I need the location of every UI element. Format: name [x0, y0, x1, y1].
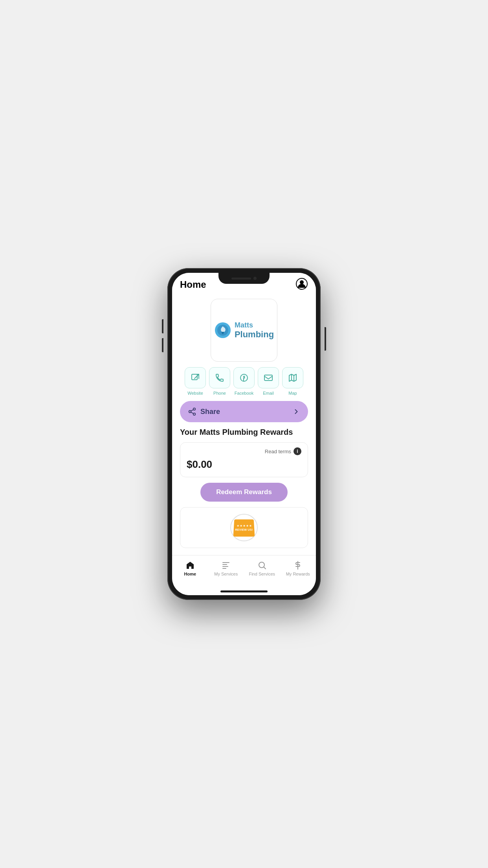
logo-inner: Matts Plumbing — [214, 321, 274, 340]
phone-button[interactable] — [209, 367, 230, 388]
review-badge-circle: ★ ★ ★ ★ ★ REVIEW US! — [230, 514, 258, 541]
svg-point-1 — [300, 280, 304, 284]
share-label: Share — [200, 408, 220, 416]
action-item-facebook: Facebook — [233, 367, 255, 395]
nav-item-find-services[interactable]: Find Services — [244, 559, 280, 576]
svg-point-7 — [193, 408, 196, 410]
home-bar — [220, 590, 268, 592]
nav-label-home: Home — [184, 572, 196, 576]
svg-rect-6 — [264, 375, 272, 381]
nav-item-my-rewards[interactable]: My Rewards — [280, 559, 316, 576]
nav-label-find-services: Find Services — [249, 572, 275, 576]
share-icon — [188, 407, 196, 416]
camera — [253, 277, 257, 280]
svg-point-8 — [189, 410, 191, 413]
external-link-icon — [191, 373, 200, 383]
star-5: ★ — [249, 524, 251, 528]
logo-text: Matts Plumbing — [235, 321, 274, 340]
balance-amount: $0.00 — [187, 458, 212, 470]
rewards-dollar-icon — [293, 560, 303, 570]
facebook-label: Facebook — [235, 391, 253, 395]
action-item-map: Map — [282, 367, 303, 395]
review-card: ★ ★ ★ ★ ★ REVIEW US! — [180, 507, 308, 548]
map-icon — [288, 373, 297, 383]
power-button — [325, 327, 326, 351]
review-stars: ★ ★ ★ ★ ★ — [237, 524, 252, 528]
volume-up-button — [162, 319, 163, 333]
svg-rect-11 — [222, 564, 227, 565]
profile-icon[interactable] — [295, 278, 308, 292]
services-icon — [221, 560, 231, 570]
svg-rect-13 — [222, 568, 226, 569]
svg-rect-10 — [222, 562, 229, 563]
action-item-website: Website — [185, 367, 206, 395]
page-title: Home — [180, 279, 206, 290]
website-button[interactable] — [185, 367, 206, 388]
read-terms-text[interactable]: Read terms — [265, 449, 291, 454]
star-1: ★ — [237, 524, 239, 528]
volume-down-button — [162, 338, 163, 352]
nav-label-my-rewards: My Rewards — [286, 572, 310, 576]
action-item-email: Email — [258, 367, 279, 395]
facebook-button[interactable] — [233, 367, 255, 388]
logo-plumbing: Plumbing — [235, 329, 274, 340]
rewards-title: Your Matts Plumbing Rewards — [180, 428, 293, 437]
review-badge: ★ ★ ★ ★ ★ REVIEW US! — [233, 519, 255, 537]
home-indicator — [172, 587, 316, 595]
share-button[interactable]: Share — [180, 401, 308, 422]
find-services-search-icon — [257, 560, 267, 570]
map-label: Map — [288, 391, 297, 395]
phone-frame: Home — [167, 268, 321, 600]
nav-item-home[interactable]: Home — [172, 559, 208, 576]
star-3: ★ — [243, 524, 246, 528]
logo-matts: Matts — [235, 321, 274, 329]
phone-label: Phone — [213, 391, 226, 395]
home-icon — [185, 560, 195, 570]
email-button[interactable] — [258, 367, 279, 388]
website-label: Website — [187, 391, 203, 395]
redeem-button[interactable]: Redeem Rewards — [200, 483, 288, 502]
balance-card-header: Read terms i — [187, 447, 301, 455]
action-item-phone: Phone — [209, 367, 230, 395]
content-area: Matts Plumbing Website — [172, 295, 316, 555]
logo-icon — [214, 322, 231, 339]
map-button[interactable] — [282, 367, 303, 388]
logo-card: Matts Plumbing — [211, 299, 277, 362]
email-icon — [264, 373, 273, 383]
balance-card: Read terms i $0.00 — [180, 442, 308, 477]
nav-label-my-services: My Services — [214, 572, 238, 576]
nav-item-my-services[interactable]: My Services — [208, 559, 244, 576]
redeem-label: Redeem Rewards — [216, 488, 272, 496]
svg-rect-12 — [222, 566, 228, 567]
phone-icon — [215, 373, 224, 383]
star-2: ★ — [240, 524, 242, 528]
info-icon[interactable]: i — [294, 447, 301, 455]
bottom-nav: Home My Services — [172, 555, 316, 587]
notch — [218, 273, 270, 284]
speaker — [231, 278, 251, 280]
svg-point-9 — [193, 413, 196, 416]
facebook-icon — [239, 373, 249, 383]
star-4: ★ — [246, 524, 248, 528]
action-row: Website Phone — [180, 367, 308, 395]
review-us-text: REVIEW US! — [235, 528, 253, 531]
share-left: Share — [188, 407, 220, 416]
email-label: Email — [263, 391, 274, 395]
phone-screen: Home — [172, 273, 316, 595]
chevron-right-icon — [292, 408, 300, 416]
